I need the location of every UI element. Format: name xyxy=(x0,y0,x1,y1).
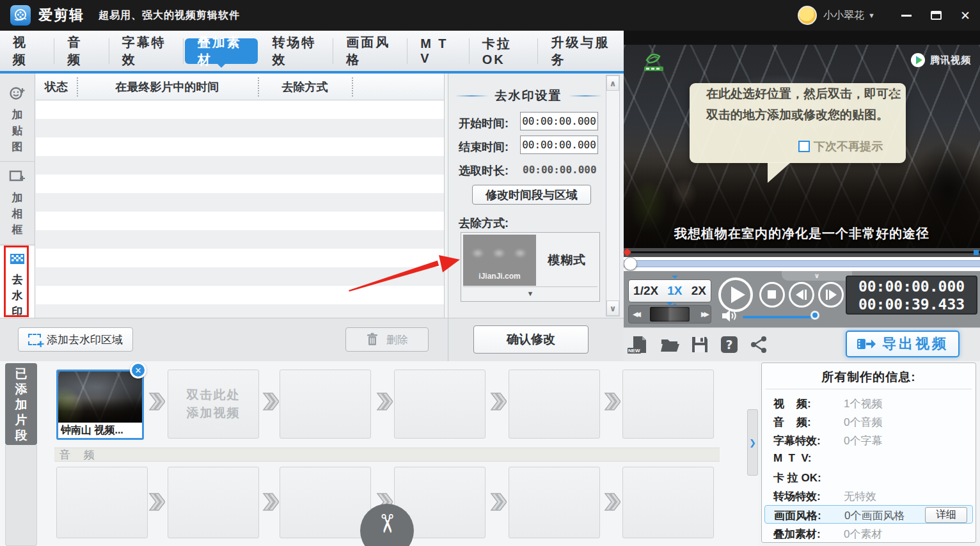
volume-icon[interactable] xyxy=(721,308,739,324)
timeline-empty-slot[interactable] xyxy=(622,370,714,439)
user-name[interactable]: 小小翠花 xyxy=(823,9,864,22)
audio-empty-slot[interactable] xyxy=(168,467,259,538)
chevron-icon xyxy=(604,392,620,411)
sidebar-item-add-sticker[interactable]: 加 贴 图 xyxy=(0,80,35,162)
dropdown-arrow-icon[interactable]: ▼ xyxy=(463,286,597,299)
added-clips-tab[interactable]: 已 添 加 片 段 xyxy=(5,363,37,445)
tab-mtv[interactable]: M T V xyxy=(407,38,470,64)
end-time-input[interactable] xyxy=(520,136,598,154)
jog-slider-handle[interactable] xyxy=(650,307,690,322)
settings-title: 去水印设置 xyxy=(455,88,602,104)
jog-forward-icon[interactable]: ▶▶ xyxy=(701,310,707,318)
audio-empty-slot[interactable] xyxy=(622,467,714,538)
audio-empty-slot[interactable] xyxy=(280,467,371,538)
timeline-area: 已 添 加 片 段 钟南山 视频... ✕ 双击此处 添加视频 音 频 xyxy=(0,361,759,546)
svg-text:?: ? xyxy=(725,338,732,352)
red-arrow-annotation xyxy=(342,251,467,295)
seek-bar[interactable] xyxy=(624,257,980,271)
user-menu-caret-icon[interactable]: ▼ xyxy=(868,12,875,19)
main-tab-bar: 视 频 音 频 字幕特效 叠加素材 转场特效 画面风格 M T V 卡拉OK 升… xyxy=(0,31,624,74)
remove-clip-icon[interactable]: ✕ xyxy=(130,362,146,378)
column-header-time: 在最终影片中的时间 xyxy=(77,74,258,100)
watermark-settings-panel: 去水印设置 开始时间: 结束时间: 选取时长: 00:00:00.000 修改时… xyxy=(448,74,624,318)
jog-back-icon[interactable]: ◀◀ xyxy=(633,310,638,318)
tab-audio[interactable]: 音 频 xyxy=(54,38,109,64)
info-row-transition: 转场特效:无特效 xyxy=(764,487,973,505)
tab-overlay-material[interactable]: 叠加素材 xyxy=(185,38,258,64)
tab-video[interactable]: 视 频 xyxy=(0,38,54,64)
video-preview[interactable]: 腾讯视频 ✕ 在此处选好位置，然后双击，即可在 双击的地方添加或修改您的贴图。 … xyxy=(624,31,980,248)
maximize-icon xyxy=(931,11,942,20)
share-button[interactable] xyxy=(748,334,770,355)
new-project-button[interactable]: NEW xyxy=(629,334,651,355)
scroll-up-icon[interactable]: ∧ xyxy=(606,75,619,91)
tab-upgrade[interactable]: 升级与服务 xyxy=(538,38,624,64)
export-film-icon xyxy=(857,337,876,351)
volume-slider[interactable] xyxy=(743,316,818,318)
tab-subtitle-fx[interactable]: 字幕特效 xyxy=(109,38,184,64)
settings-scrollbar[interactable]: ∧ ∨ xyxy=(606,75,620,316)
clip-thumbnail xyxy=(58,371,142,423)
timeline-clip[interactable]: 钟南山 视频... xyxy=(56,370,144,440)
start-time-input[interactable] xyxy=(520,112,598,130)
sidebar-item-add-frame[interactable]: 加 相 框 xyxy=(0,163,35,245)
chevron-icon xyxy=(490,492,507,511)
speed-half[interactable]: 1/2X xyxy=(633,284,658,298)
jog-shuttle[interactable]: ◀◀ ▶▶ xyxy=(628,305,711,324)
watermark-actions-band: 添加去水印区域 删除 xyxy=(0,318,448,361)
volume-thumb[interactable] xyxy=(810,311,819,320)
previous-frame-button[interactable] xyxy=(789,282,814,308)
dont-remind-checkbox[interactable] xyxy=(798,141,810,152)
app-title: 爱剪辑 xyxy=(38,6,84,25)
export-video-button[interactable]: 导出视频 xyxy=(846,331,960,357)
help-button[interactable]: ? xyxy=(718,334,740,355)
timeline-empty-slot[interactable] xyxy=(280,370,371,439)
stop-button[interactable] xyxy=(759,282,785,308)
timeline-empty-slot[interactable] xyxy=(509,370,600,439)
removal-method-dropdown[interactable]: iJianJi.com 模糊式 ▼ xyxy=(461,232,600,302)
player-controls: ∨ 1/2X 1X 2X ◀◀ ▶▶ 00:00:00.000 00:00:39… xyxy=(624,271,980,327)
detail-button[interactable]: 详细 xyxy=(925,507,967,523)
share-icon xyxy=(750,336,768,354)
collapse-chevron-icon[interactable]: ∨ xyxy=(782,271,852,281)
delete-button[interactable]: 删除 xyxy=(345,327,429,352)
dashed-region-plus-icon xyxy=(28,334,41,345)
trim-start-marker[interactable] xyxy=(623,248,631,256)
project-info-panel: 所有制作的信息: 视 频:1个视频 音 频:0个音频 字幕特效:0个字幕 M T… xyxy=(761,363,976,543)
trim-end-marker[interactable] xyxy=(974,250,979,255)
speed-double[interactable]: 2X xyxy=(692,284,706,298)
add-watermark-region-button[interactable]: 添加去水印区域 xyxy=(18,327,133,352)
close-button[interactable]: ✕ xyxy=(951,0,980,31)
tab-transition-fx[interactable]: 转场特效 xyxy=(259,38,333,64)
help-icon: ? xyxy=(720,336,738,354)
watermark-table-header: 状态 在最终影片中的时间 去除方式 xyxy=(36,74,444,100)
minimize-button[interactable] xyxy=(892,0,921,31)
open-project-button[interactable] xyxy=(660,334,681,355)
audio-empty-slot[interactable] xyxy=(56,467,148,538)
chevron-icon xyxy=(604,492,620,511)
next-frame-button[interactable] xyxy=(818,282,844,308)
trim-bar[interactable] xyxy=(624,248,980,257)
timeline-expander[interactable]: ❯ xyxy=(747,409,758,476)
audio-empty-slot[interactable] xyxy=(509,467,600,538)
tooltip-close-icon[interactable]: ✕ xyxy=(888,84,901,102)
user-avatar[interactable] xyxy=(798,6,817,25)
scroll-down-icon[interactable]: ∨ xyxy=(606,300,619,316)
tab-picture-style[interactable]: 画面风格 xyxy=(333,38,407,64)
confirm-changes-button[interactable]: 确认修改 xyxy=(473,325,589,354)
modify-time-region-button[interactable]: 修改时间段与区域 xyxy=(472,185,591,205)
red-highlight-box xyxy=(4,246,29,317)
chevron-icon xyxy=(490,392,507,411)
play-button[interactable] xyxy=(718,277,753,312)
timeline-empty-slot[interactable]: 双击此处 添加视频 xyxy=(168,370,259,439)
tab-karaoke[interactable]: 卡拉OK xyxy=(470,38,539,64)
maximize-button[interactable] xyxy=(921,0,951,31)
dont-remind-option[interactable]: 下次不再提示 xyxy=(798,139,883,154)
removal-method-label: 去除方式: xyxy=(459,215,509,231)
timeline-empty-slot[interactable] xyxy=(394,370,486,439)
seek-thumb[interactable] xyxy=(624,257,637,270)
seek-track[interactable] xyxy=(624,260,980,267)
speed-normal[interactable]: 1X xyxy=(667,284,682,298)
tooltip-text-line1: 在此处选好位置，然后双击，即可在 xyxy=(706,83,906,104)
save-project-button[interactable] xyxy=(689,334,711,355)
